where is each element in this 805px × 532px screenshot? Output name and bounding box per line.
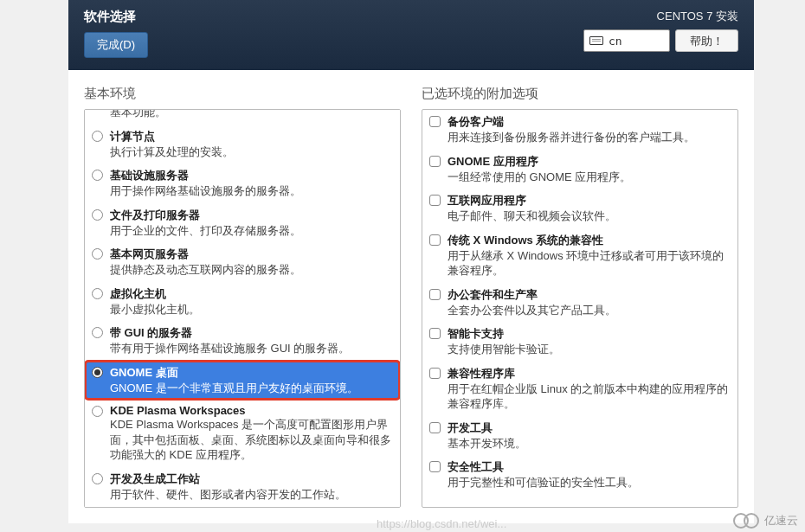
header-bar: 软件选择 完成(D) CENTOS 7 安装 cn 帮助！ (68, 0, 754, 70)
installer-window: 软件选择 完成(D) CENTOS 7 安装 cn 帮助！ 基本环境 最小安装基… (68, 0, 754, 523)
watermark-brand: 亿速云 (764, 513, 798, 529)
addons-list[interactable]: 备份客户端用来连接到备份服务器并进行备份的客户端工具。GNOME 应用程序一组经… (422, 109, 738, 508)
checkbox-icon (429, 195, 441, 206)
radio-icon (92, 170, 103, 181)
header-left: 软件选择 完成(D) (84, 9, 148, 58)
addons-heading: 已选环境的附加选项 (422, 80, 738, 109)
env-option-name: 带 GUI 的服务器 (110, 325, 391, 341)
env-option-texts: KDE Plasma WorkspacesKDE Plasma Workspac… (110, 404, 391, 463)
addons-column: 已选环境的附加选项 备份客户端用来连接到备份服务器并进行备份的客户端工具。GNO… (422, 80, 738, 508)
env-option-fileprint[interactable]: 文件及打印服务器用于企业的文件、打印及存储服务器。 (85, 203, 400, 243)
content-area: 基本环境 最小安装基本功能。计算节点执行计算及处理的安装。基础设施服务器用于操作… (68, 70, 754, 523)
addon-option-desc: 基本开发环境。 (448, 436, 729, 452)
env-option-desc: 最小虚拟化主机。 (110, 302, 391, 317)
addon-option-name: 互联网应用程序 (448, 193, 729, 208)
env-option-texts: 虚拟化主机最小虚拟化主机。 (110, 286, 391, 317)
addon-option-gnomeapp[interactable]: GNOME 应用程序一组经常使用的 GNOME 应用程序。 (422, 150, 737, 189)
addon-option-smart[interactable]: 智能卡支持支持使用智能卡验证。 (422, 322, 737, 362)
env-option-name: 文件及打印服务器 (110, 208, 391, 223)
env-option-dev[interactable]: 开发及生成工作站用于软件、硬件、图形或者内容开发的工作站。 (85, 467, 400, 507)
addon-option-desc: 用于从继承 X Windows 环境中迁移或者可用于该环境的兼容程序。 (448, 248, 729, 279)
env-option-texts: 带 GUI 的服务器带有用于操作网络基础设施服务 GUI 的服务器。 (110, 325, 391, 356)
addon-option-name: 兼容性程序库 (448, 366, 729, 381)
addon-option-security[interactable]: 安全性工具用于完整性和可信验证的安全性工具。 (422, 455, 737, 495)
radio-icon (92, 367, 103, 378)
env-option-minimal[interactable]: 最小安装基本功能。 (85, 109, 400, 125)
checkbox-icon (429, 368, 441, 379)
env-option-name: 基本网页服务器 (110, 247, 391, 262)
addon-option-desc: 用于完整性和可信验证的安全性工具。 (448, 475, 729, 490)
env-option-texts: 最小安装基本功能。 (110, 109, 391, 120)
header-controls: cn 帮助！ (583, 29, 738, 52)
radio-icon (92, 406, 103, 417)
addon-option-desc: 全套办公套件以及其它产品工具。 (448, 303, 729, 318)
env-option-virt[interactable]: 虚拟化主机最小虚拟化主机。 (85, 282, 400, 322)
addon-option-devtools[interactable]: 开发工具基本开发环境。 (422, 416, 737, 456)
base-environment-column: 基本环境 最小安装基本功能。计算节点执行计算及处理的安装。基础设施服务器用于操作… (84, 80, 401, 508)
addon-option-texts: 安全性工具用于完整性和可信验证的安全性工具。 (448, 459, 729, 490)
radio-icon (92, 131, 103, 142)
env-option-name: 开发及生成工作站 (110, 471, 391, 487)
addon-option-texts: 传统 X Windows 系统的兼容性用于从继承 X Windows 环境中迁移… (448, 233, 729, 279)
addon-option-texts: 智能卡支持支持使用智能卡验证。 (448, 326, 729, 357)
env-option-infra[interactable]: 基础设施服务器用于操作网络基础设施服务的服务器。 (85, 163, 400, 203)
addon-option-texts: 互联网应用程序电子邮件、聊天和视频会议软件。 (448, 193, 729, 224)
radio-icon (92, 327, 103, 338)
checkbox-icon (429, 328, 441, 339)
addon-option-desc: 支持使用智能卡验证。 (448, 342, 729, 357)
env-option-desc: KDE Plasma Workspaces 是一个高度可配置图形用户界面，其中包… (110, 417, 391, 463)
watermark-logo-icon (733, 513, 759, 529)
env-option-guiserver[interactable]: 带 GUI 的服务器带有用于操作网络基础设施服务 GUI 的服务器。 (85, 321, 400, 361)
env-option-name: KDE Plasma Workspaces (110, 404, 391, 417)
addon-option-name: 开发工具 (448, 420, 729, 436)
env-option-desc: 执行计算及处理的安装。 (110, 144, 391, 160)
checkbox-icon (429, 461, 441, 472)
env-option-texts: 计算节点执行计算及处理的安装。 (110, 129, 391, 160)
env-option-desc: 用于软件、硬件、图形或者内容开发的工作站。 (110, 487, 391, 503)
addon-option-desc: 用来连接到备份服务器并进行备份的客户端工具。 (448, 130, 729, 145)
env-option-web[interactable]: 基本网页服务器提供静态及动态互联网内容的服务器。 (85, 242, 400, 282)
addon-option-texts: 兼容性程序库用于在红帽企业版 Linux 的之前版本中构建的应用程序的兼容程序库… (448, 366, 729, 412)
keyboard-layout-label: cn (609, 35, 622, 48)
checkbox-icon (429, 234, 441, 246)
env-option-kde[interactable]: KDE Plasma WorkspacesKDE Plasma Workspac… (85, 400, 400, 467)
env-option-texts: 基础设施服务器用于操作网络基础设施服务的服务器。 (110, 168, 391, 199)
env-option-desc: 用于操作网络基础设施服务的服务器。 (110, 183, 391, 199)
env-option-desc: 基本功能。 (110, 109, 391, 120)
addon-option-legacyx[interactable]: 传统 X Windows 系统的兼容性用于从继承 X Windows 环境中迁移… (422, 228, 737, 283)
env-option-name: 虚拟化主机 (110, 286, 391, 302)
addon-option-texts: GNOME 应用程序一组经常使用的 GNOME 应用程序。 (448, 154, 729, 185)
addon-option-name: 备份客户端 (448, 114, 729, 130)
watermark-url: https://blog.csdn.net/wei... (377, 517, 506, 530)
env-option-desc: 带有用于操作网络基础设施服务 GUI 的服务器。 (110, 341, 391, 356)
page-title: 软件选择 (84, 9, 148, 25)
env-option-name: 基础设施服务器 (110, 168, 391, 183)
addon-option-name: 安全性工具 (448, 459, 729, 475)
env-option-texts: 开发及生成工作站用于软件、硬件、图形或者内容开发的工作站。 (110, 471, 391, 503)
addon-option-backup[interactable]: 备份客户端用来连接到备份服务器并进行备份的客户端工具。 (422, 110, 737, 150)
keyboard-icon (589, 36, 603, 45)
radio-icon (92, 473, 103, 484)
addon-option-office[interactable]: 办公套件和生产率全套办公套件以及其它产品工具。 (422, 283, 737, 323)
addon-option-name: GNOME 应用程序 (448, 154, 729, 170)
env-option-compute[interactable]: 计算节点执行计算及处理的安装。 (85, 125, 400, 164)
addon-option-internet[interactable]: 互联网应用程序电子邮件、聊天和视频会议软件。 (422, 189, 737, 228)
addon-option-desc: 一组经常使用的 GNOME 应用程序。 (448, 170, 729, 185)
base-environment-list[interactable]: 最小安装基本功能。计算节点执行计算及处理的安装。基础设施服务器用于操作网络基础设… (84, 109, 401, 508)
env-option-texts: GNOME 桌面GNOME 是一个非常直观且用户友好的桌面环境。 (110, 365, 391, 396)
radio-icon (92, 248, 103, 260)
keyboard-layout-indicator[interactable]: cn (583, 29, 670, 52)
checkbox-icon (429, 156, 441, 167)
addon-option-texts: 备份客户端用来连接到备份服务器并进行备份的客户端工具。 (448, 114, 729, 145)
addon-option-name: 智能卡支持 (448, 326, 729, 342)
env-option-desc: 提供静态及动态互联网内容的服务器。 (110, 262, 391, 278)
done-button[interactable]: 完成(D) (84, 32, 148, 58)
addon-option-desc: 电子邮件、聊天和视频会议软件。 (448, 208, 729, 224)
env-option-desc: GNOME 是一个非常直观且用户友好的桌面环境。 (110, 381, 391, 396)
addon-option-texts: 开发工具基本开发环境。 (448, 420, 729, 452)
addon-option-name: 办公套件和生产率 (448, 287, 729, 303)
env-option-gnome[interactable]: GNOME 桌面GNOME 是一个非常直观且用户友好的桌面环境。 (85, 361, 400, 401)
env-option-texts: 基本网页服务器提供静态及动态互联网内容的服务器。 (110, 247, 391, 278)
addon-option-compat[interactable]: 兼容性程序库用于在红帽企业版 Linux 的之前版本中构建的应用程序的兼容程序库… (422, 362, 737, 416)
help-button[interactable]: 帮助！ (675, 29, 738, 52)
